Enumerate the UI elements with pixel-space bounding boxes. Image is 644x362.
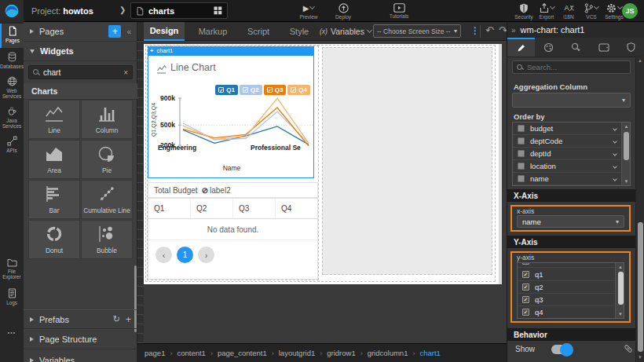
- pages-section-row[interactable]: Pages + «: [24, 22, 137, 42]
- undo-icon[interactable]: ↶: [485, 24, 494, 36]
- y-item-q3[interactable]: ✓q3: [518, 294, 615, 306]
- scroll-up-icon[interactable]: ▲: [622, 124, 631, 129]
- chevron-down-icon[interactable]: [613, 126, 617, 131]
- i18n-button[interactable]: A i18N: [556, 2, 581, 20]
- breadcrumb-page1[interactable]: page1: [145, 349, 165, 357]
- scrollbar-thumb[interactable]: [638, 222, 643, 352]
- tab-design[interactable]: Design: [144, 22, 185, 41]
- widgets-section-row[interactable]: Widgets: [24, 42, 137, 61]
- checkbox-checked-icon[interactable]: [522, 262, 529, 265]
- panel-scrollbar[interactable]: ▲ ▼: [635, 56, 644, 362]
- scroll-down-icon[interactable]: ▼: [636, 355, 644, 360]
- grid-apps-icon[interactable]: [214, 6, 222, 15]
- table-header-q2[interactable]: Q2: [191, 199, 233, 218]
- legend-checkbox-icon[interactable]: ✓: [243, 87, 248, 93]
- y-item-partial[interactable]: [518, 262, 615, 268]
- checkbox-icon[interactable]: [518, 137, 525, 144]
- y-item-q1[interactable]: ✓q1: [518, 269, 615, 281]
- tab-style[interactable]: Style: [284, 22, 315, 41]
- canvas-scrollbar[interactable]: [499, 44, 502, 284]
- breadcrumb-page-content1[interactable]: page_content1: [218, 349, 267, 357]
- tab-properties[interactable]: [507, 38, 535, 57]
- legend-checkbox-icon[interactable]: ✓: [218, 87, 224, 93]
- pagination-next-button[interactable]: ›: [198, 247, 214, 263]
- breadcrumb-content1[interactable]: content1: [177, 349, 205, 357]
- widget-column[interactable]: Column: [81, 100, 133, 139]
- breadcrumb-chart1[interactable]: chart1: [419, 349, 440, 357]
- app-logo[interactable]: [0, 0, 24, 22]
- rail-item-file-explorer[interactable]: File Explorer: [0, 256, 24, 284]
- order-item-name[interactable]: name: [513, 173, 621, 185]
- variables-button[interactable]: (x) Variables: [320, 27, 371, 36]
- scrollbar-thumb[interactable]: [618, 272, 624, 305]
- kebab-menu-icon[interactable]: ⋮: [470, 25, 480, 36]
- chevron-down-icon[interactable]: [549, 4, 554, 9]
- order-list-scrollbar[interactable]: ▲ ▼: [621, 122, 631, 185]
- breadcrumb-gridrow1[interactable]: gridrow1: [327, 349, 355, 357]
- chevron-down-icon[interactable]: [613, 164, 617, 169]
- clear-search-icon[interactable]: ×: [123, 68, 128, 77]
- widget-bar[interactable]: Bar: [28, 180, 80, 219]
- page-tab-charts[interactable]: charts: [130, 2, 228, 19]
- y-axis-section-header[interactable]: Y-Axis: [507, 236, 635, 248]
- table-header-q4[interactable]: Q4: [276, 199, 317, 218]
- tab-styles[interactable]: [535, 38, 562, 57]
- screen-size-select[interactable]: -- Choose Screen Size -- ▾: [373, 24, 461, 38]
- add-prefab-icon[interactable]: +: [126, 314, 131, 325]
- total-budget-row[interactable]: Total Budget ⊘ label2: [148, 182, 318, 198]
- order-item-deptid[interactable]: deptId: [513, 148, 621, 160]
- variables-section-row[interactable]: Variables: [24, 350, 137, 362]
- rail-more-icon[interactable]: •••: [0, 330, 24, 335]
- scroll-down-icon[interactable]: ▼: [616, 312, 624, 316]
- x-axis-section-header[interactable]: X-Axis: [507, 189, 635, 202]
- pagination-page-1[interactable]: 1: [177, 247, 193, 263]
- rail-item-java-services[interactable]: Java Services: [0, 104, 24, 132]
- y-item-q2[interactable]: ✓q2: [518, 281, 615, 294]
- aggregation-column-select[interactable]: ▾: [512, 93, 631, 108]
- page-structure-section-row[interactable]: Page Structure: [24, 330, 137, 349]
- prefabs-section-row[interactable]: Prefabs ↻ +: [24, 309, 137, 329]
- checkbox-icon[interactable]: [518, 125, 525, 132]
- widget-bubble[interactable]: Bubble: [81, 220, 133, 259]
- user-avatar[interactable]: JS: [622, 3, 638, 19]
- order-item-deptcode[interactable]: deptCode: [513, 135, 621, 148]
- breadcrumb-gridcolumn1[interactable]: gridcolumn1: [368, 349, 408, 357]
- gridcolumn-empty[interactable]: [322, 47, 492, 275]
- tab-device[interactable]: [590, 38, 617, 57]
- order-item-location[interactable]: location: [513, 160, 621, 173]
- order-by-list[interactable]: budget deptCode deptId location name ▲ ▼: [512, 122, 631, 186]
- line-chart-preview[interactable]: Line Chart ✓Q1 ✓Q2 ✓Q3 ✓Q4 Q1,Q2,Q3,Q4 9…: [148, 55, 314, 178]
- table-header-q1[interactable]: Q1: [148, 199, 191, 218]
- order-item-budget[interactable]: budget: [513, 122, 621, 135]
- properties-search-input[interactable]: [527, 63, 626, 71]
- legend-checkbox-icon[interactable]: ✓: [267, 87, 273, 93]
- scroll-up-icon[interactable]: ▲: [636, 58, 644, 63]
- table-header-q3[interactable]: Q3: [233, 199, 276, 218]
- collapse-panel-icon[interactable]: »: [511, 26, 516, 35]
- canvas-page[interactable]: + chart1 Line Chart ✓Q1 ✓Q2 ✓Q3 ✓Q4 Q1,Q…: [144, 44, 499, 284]
- widget-line[interactable]: Line: [28, 100, 80, 139]
- legend-q3[interactable]: ✓Q3: [264, 85, 287, 95]
- legend-q1[interactable]: ✓Q1: [215, 85, 238, 95]
- widget-area[interactable]: Area: [28, 140, 80, 179]
- widget-donut[interactable]: Donut: [28, 220, 80, 259]
- label2-widget[interactable]: label2: [210, 186, 231, 195]
- legend-q4[interactable]: ✓Q4: [287, 85, 310, 95]
- rail-item-web-services[interactable]: Web Services: [0, 74, 24, 102]
- chart1-selection-header[interactable]: + chart1: [148, 46, 314, 55]
- collapse-panel-icon[interactable]: «: [126, 27, 131, 36]
- tab-events[interactable]: [562, 38, 590, 57]
- breadcrumb-layoutgrid1[interactable]: layoutgrid1: [279, 349, 315, 357]
- data-table[interactable]: Q1 Q2 Q3 Q4 No data found. ‹ 1 ›: [148, 198, 318, 280]
- chevron-down-icon[interactable]: [613, 152, 617, 156]
- y-item-q4[interactable]: ✓q4: [518, 306, 615, 319]
- checkbox-checked-icon[interactable]: ✓: [522, 309, 529, 316]
- chevron-down-icon[interactable]: [613, 139, 617, 144]
- toggle-knob[interactable]: [560, 343, 573, 357]
- behavior-section-header[interactable]: Behavior: [507, 328, 635, 341]
- checkbox-icon[interactable]: [518, 150, 525, 157]
- tutorials-button[interactable]: Tutorials: [382, 2, 416, 20]
- legend-checkbox-icon[interactable]: ✓: [291, 87, 296, 93]
- pagination-prev-button[interactable]: ‹: [156, 247, 172, 263]
- legend-q2[interactable]: ✓Q2: [240, 85, 262, 95]
